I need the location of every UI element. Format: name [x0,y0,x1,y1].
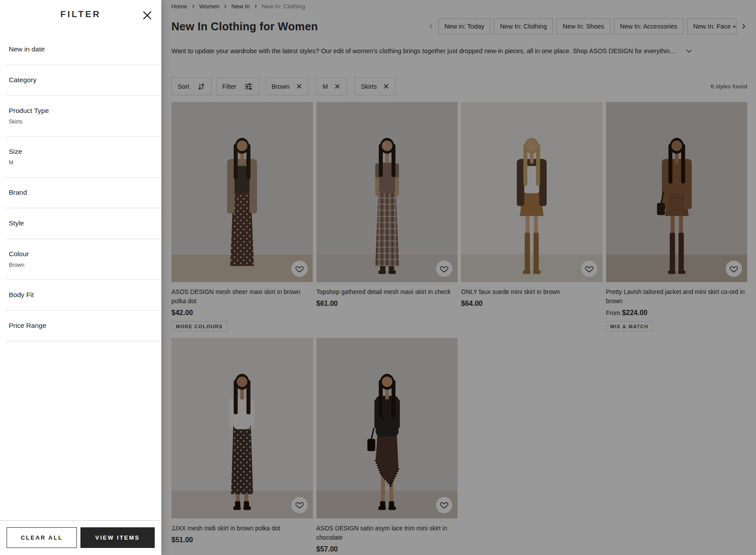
filter-section-label: New in date [9,45,161,53]
filter-section-brand[interactable]: Brand [6,178,161,208]
filter-section-size[interactable]: Size M [6,137,161,178]
filter-section-label: Colour [9,250,161,258]
filter-section-new-in-date[interactable]: New in date [6,34,161,65]
filter-section-colour[interactable]: Colour Brown [6,239,161,280]
filter-section-style[interactable]: Style [6,208,161,239]
filter-section-label: Category [9,76,161,84]
filter-section-category[interactable]: Category [6,65,161,96]
filter-section-label: Product Type [9,107,161,115]
filter-section-selected-value: Brown [9,262,161,268]
close-filter-button[interactable] [140,8,154,22]
filter-section-label: Brand [9,189,161,196]
close-icon [142,10,153,21]
filter-section-selected-value: M [9,160,161,166]
clear-all-button[interactable]: CLEAR ALL [7,527,77,548]
filter-panel-footer: CLEAR ALL VIEW ITEMS [0,520,161,555]
filter-section-body-fit[interactable]: Body Fit [6,280,161,311]
filter-panel-header: FILTER [0,0,161,28]
filter-section-label: Size [9,148,161,156]
view-items-button[interactable]: VIEW ITEMS [80,527,155,548]
filter-title: FILTER [60,9,101,19]
filter-section-label: Body Fit [9,291,161,299]
filter-section-selected-value: Skirts [9,119,161,125]
filter-panel: FILTER New in date Category Product Type… [0,0,161,555]
filter-section-label: Price Range [9,322,161,330]
dim-overlay[interactable] [161,0,756,555]
filter-section-price-range[interactable]: Price Range [6,311,161,341]
filter-section-label: Style [9,219,161,227]
filter-section-list: New in date Category Product Type Skirts… [0,28,161,520]
filter-section-product-type[interactable]: Product Type Skirts [6,96,161,137]
product-listing-page: Home Women New In New In: Clothing New I… [161,0,756,555]
